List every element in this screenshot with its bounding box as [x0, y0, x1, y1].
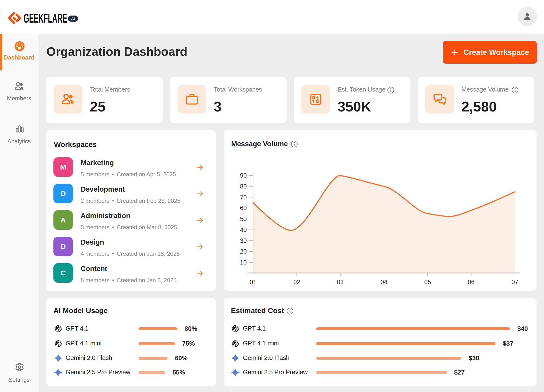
svg-text:90: 90	[240, 172, 247, 179]
svg-text:40: 40	[240, 226, 247, 233]
svg-text:50: 50	[240, 215, 247, 222]
svg-text:03: 03	[337, 279, 344, 285]
svg-text:05: 05	[424, 279, 431, 285]
svg-text:20: 20	[240, 248, 247, 255]
svg-text:02: 02	[293, 279, 300, 285]
svg-text:07: 07	[511, 279, 518, 285]
svg-text:30: 30	[240, 237, 247, 244]
svg-text:60: 60	[240, 205, 247, 211]
svg-text:06: 06	[468, 279, 475, 285]
svg-text:70: 70	[240, 194, 247, 201]
svg-text:01: 01	[250, 279, 256, 285]
svg-text:04: 04	[381, 279, 387, 285]
svg-text:10: 10	[240, 259, 247, 266]
svg-text:80: 80	[240, 183, 247, 190]
